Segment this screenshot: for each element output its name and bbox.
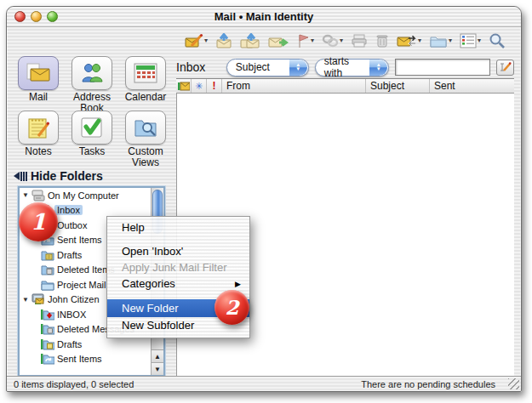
imap-drafts-folder-icon	[40, 338, 54, 350]
nav-tasks[interactable]: Tasks	[66, 111, 118, 157]
search-button[interactable]	[487, 31, 507, 51]
compose-button[interactable]: ▾	[183, 31, 209, 51]
imap-sent-folder-icon	[40, 353, 54, 365]
send-receive-button[interactable]: ▾	[395, 31, 423, 51]
popup-arrows-icon: ▲▼	[289, 60, 307, 76]
delete-button[interactable]	[374, 31, 391, 51]
print-button[interactable]	[349, 31, 369, 51]
tree-row-on-my-computer[interactable]: ▼ On My Computer	[20, 188, 151, 203]
scroll-up-button[interactable]: ▲	[152, 349, 163, 362]
reply-icon	[215, 33, 232, 48]
views-icon	[460, 33, 477, 48]
toolbar: ▾	[7, 27, 521, 54]
compose-icon	[185, 33, 203, 48]
delete-icon	[375, 33, 389, 48]
priority-column-icon: !	[213, 80, 216, 92]
edit-filter-icon	[499, 61, 512, 73]
imap-inbox-folder-icon	[40, 309, 54, 321]
tree-label: Project Mail	[54, 280, 108, 290]
tree-label: Drafts	[54, 250, 84, 260]
filter-field-select[interactable]: Subject ▲▼	[226, 59, 309, 77]
nav-notes[interactable]: Notes	[12, 111, 65, 157]
nav-notes-label: Notes	[12, 146, 65, 157]
filter-query-input[interactable]	[395, 59, 490, 76]
status-bar: 0 items displayed, 0 selected There are …	[7, 376, 521, 391]
tree-label: Sent Items	[54, 235, 105, 245]
flag-icon	[296, 33, 310, 48]
chevron-down-icon: ▾	[449, 37, 452, 44]
nav-calendar[interactable]: Calendar	[119, 56, 172, 103]
callout-step-2: 2	[215, 290, 249, 325]
tree-label: Sent Items	[54, 354, 105, 364]
nav-tasks-label: Tasks	[66, 146, 118, 157]
advanced-filter-button[interactable]	[496, 60, 514, 76]
views-button[interactable]: ▾	[458, 31, 483, 51]
chevron-down-icon: ▾	[204, 37, 208, 44]
hide-folders-label: Hide Folders	[31, 169, 103, 183]
chevron-down-icon: ▾	[418, 37, 421, 44]
collapse-panel-icon	[14, 172, 27, 181]
imap-deleted-folder-icon	[40, 323, 54, 335]
plain-folder-icon	[40, 279, 54, 291]
send-receive-icon	[397, 33, 417, 48]
print-icon	[351, 33, 368, 48]
tree-label: Drafts	[54, 339, 84, 349]
menu-item-categories[interactable]: Categories ▶	[107, 275, 249, 292]
nav-mail[interactable]: Mail	[12, 56, 65, 103]
links-column-icon: ✳	[195, 81, 203, 92]
folder-icon	[429, 33, 448, 48]
status-items-count: 0 items displayed, 0 selected	[14, 379, 361, 389]
priority-column-header[interactable]: !	[207, 79, 222, 93]
nav-address-book[interactable]: Address Book	[66, 56, 118, 113]
resize-grip[interactable]	[508, 378, 519, 389]
menu-item-open-inbox[interactable]: Open 'Inbox'	[107, 243, 249, 259]
subject-column-header[interactable]: Subject	[366, 79, 430, 93]
forward-icon	[268, 33, 289, 48]
computer-icon	[31, 190, 45, 202]
nav-calendar-label: Calendar	[119, 92, 172, 103]
hide-folders-toggle[interactable]: Hide Folders	[14, 169, 103, 183]
scroll-down-button[interactable]: ▼	[152, 362, 163, 375]
links-column-header[interactable]: ✳	[192, 79, 207, 93]
sent-column-header[interactable]: Sent	[430, 79, 514, 93]
forward-button[interactable]	[266, 31, 290, 51]
disclosure-triangle-icon[interactable]: ▼	[22, 296, 31, 304]
disclosure-triangle-icon[interactable]: ▼	[22, 191, 31, 199]
tree-label: On My Computer	[45, 190, 122, 201]
nav-mail-label: Mail	[12, 92, 65, 103]
mail-icon	[26, 62, 51, 84]
tree-row-imap-sent[interactable]: Sent Items	[20, 352, 151, 367]
flag-button[interactable]: ▾	[295, 31, 316, 51]
link-icon	[322, 33, 339, 48]
tree-row-imap-drafts[interactable]: Drafts	[20, 337, 151, 352]
submenu-arrow-icon: ▶	[235, 280, 241, 288]
nav-custom-views-label: Custom Views	[119, 146, 172, 167]
calendar-icon	[134, 62, 157, 84]
from-column-header[interactable]: From	[222, 79, 366, 93]
tree-label: Outbox	[54, 220, 89, 230]
read-status-column-icon	[178, 82, 190, 91]
read-status-column-header[interactable]	[176, 79, 192, 93]
new-folder-toolbar-button[interactable]: ▾	[427, 31, 454, 51]
nav-custom-views[interactable]: Custom Views	[119, 111, 172, 167]
chevron-down-icon: ▾	[311, 37, 314, 44]
filter-operator-select[interactable]: starts with ▲▼	[315, 59, 389, 77]
message-list-header: ✳ ! From Subject Sent	[176, 78, 514, 94]
title-bar[interactable]: Mail • Main Identity	[7, 7, 521, 27]
deleted-items-folder-icon	[40, 264, 54, 275]
address-book-icon	[80, 61, 104, 85]
tree-label: John Citizen	[45, 294, 102, 304]
mail-account-icon	[31, 293, 45, 305]
current-folder-label: Inbox	[176, 60, 220, 74]
tree-label: Inbox	[54, 205, 83, 215]
reply-all-button[interactable]	[238, 31, 262, 51]
custom-views-icon	[134, 116, 157, 139]
chevron-down-icon: ▾	[340, 37, 343, 44]
window-title: Mail • Main Identity	[7, 10, 521, 23]
reply-button[interactable]	[214, 31, 234, 51]
mail-window: Mail • Main Identity ▾	[6, 6, 522, 392]
menu-item-help[interactable]: Help	[107, 219, 249, 236]
link-button[interactable]: ▾	[320, 31, 345, 51]
menu-item-apply-junk-mail-filter: Apply Junk Mail Filter	[107, 259, 249, 275]
screenshot-stage: Mail • Main Identity ▾	[0, 0, 532, 403]
